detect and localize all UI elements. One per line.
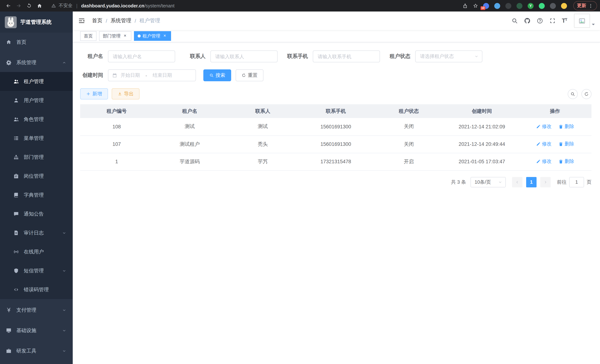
export-button[interactable]: 导出 (112, 88, 140, 99)
date-range-picker[interactable]: 开始日期 - 结束日期 (108, 69, 196, 81)
sidebar-item-home[interactable]: 首页 (0, 33, 73, 52)
cell-phone: 15601691300 (299, 135, 372, 153)
extension-icon-ext-6[interactable] (539, 3, 545, 9)
sidebar: 芋道管理系统 首页系统管理租户管理用户管理角色管理菜单管理部门管理岗位管理字典管… (0, 11, 73, 364)
bookmark-button[interactable] (470, 1, 480, 10)
browser-forward-button[interactable] (14, 1, 23, 10)
notice-icon (13, 211, 19, 217)
sidebar-item-dict[interactable]: 字典管理 (0, 186, 73, 205)
refresh-icon (242, 73, 246, 78)
breadcrumb-system[interactable]: 系统管理 (111, 18, 131, 24)
add-button[interactable]: 新增 (80, 88, 108, 99)
tab-dept-manage[interactable]: 部门管理× (99, 31, 131, 41)
date-start-placeholder: 开始日期 (121, 72, 140, 79)
online-icon (13, 249, 19, 254)
column-header: 联系手机 (299, 104, 372, 118)
browser-reload-button[interactable] (24, 1, 34, 10)
extension-icon-ext-5[interactable]: Y (528, 3, 534, 9)
page-size-value: 10条/页 (475, 179, 491, 185)
table-row: 107测试租户秃头15601691300关闭2021-12-14 20:49:4… (80, 135, 591, 153)
edit-button[interactable]: 修改 (536, 158, 552, 165)
sidebar-item-user[interactable]: 用户管理 (0, 91, 73, 110)
extension-icon-ext-7[interactable] (550, 3, 556, 9)
browser-back-button[interactable] (3, 1, 13, 10)
sidebar-item-menu[interactable]: 菜单管理 (0, 129, 73, 148)
prev-page-button[interactable] (512, 177, 523, 187)
page-number-1[interactable]: 1 (526, 177, 536, 187)
close-tab-icon[interactable]: × (162, 33, 167, 38)
sidebar-item-error-code[interactable]: 错误码管理 (0, 280, 73, 299)
edit-button[interactable]: 修改 (536, 141, 552, 148)
sidebar-item-system[interactable]: 系统管理 (0, 53, 73, 72)
delete-button[interactable]: 删除 (558, 123, 574, 130)
sidebar-item-notice[interactable]: 通知公告 (0, 205, 73, 223)
navbar: 首页 / 系统管理 / 租户管理 TT (73, 11, 600, 30)
search-button[interactable]: 搜索 (203, 69, 231, 81)
filter-row-1: 租户名 联系人 联系手机 租户状态 请选择租户状态 (80, 50, 591, 62)
extension-icon-ext-1[interactable]: 10 (483, 3, 489, 9)
header-search-icon[interactable] (511, 18, 518, 24)
cell-id: 1 (80, 153, 153, 170)
fullscreen-icon[interactable] (549, 18, 556, 24)
next-page-button[interactable] (540, 177, 551, 187)
share-button[interactable] (460, 1, 470, 10)
edit-button[interactable]: 修改 (536, 123, 552, 130)
extension-glyph: Y (528, 3, 534, 9)
help-icon[interactable] (536, 18, 543, 24)
sidebar-item-dev-tool[interactable]: 研发工具 (0, 341, 73, 360)
extension-icon-ext-8[interactable] (561, 3, 567, 9)
sidebar-item-tenant[interactable]: 租户管理 (0, 72, 73, 91)
goto-page-input[interactable] (569, 177, 584, 187)
sidebar-item-label: 在线用户 (24, 248, 44, 255)
page-size-select[interactable]: 10条/页 (470, 177, 506, 187)
phone-input[interactable] (313, 50, 380, 62)
tab-tenant-manage[interactable]: 租户管理× (134, 31, 171, 41)
sidebar-item-dept[interactable]: 部门管理 (0, 148, 73, 167)
contact-input[interactable] (210, 50, 278, 62)
github-icon[interactable] (524, 18, 531, 24)
sidebar-item-role[interactable]: 角色管理 (0, 110, 73, 129)
sidebar-item-online-user[interactable]: 在线用户 (0, 242, 73, 261)
download-icon (118, 92, 122, 96)
sidebar-item-post[interactable]: 岗位管理 (0, 167, 73, 186)
extension-icon-ext-2[interactable] (494, 3, 500, 9)
list-icon (13, 135, 19, 141)
extension-icon-ext-3[interactable] (505, 3, 511, 9)
tenant-name-input[interactable] (108, 50, 175, 62)
home-icon (37, 3, 42, 9)
delete-button[interactable]: 删除 (558, 158, 574, 165)
user-menu[interactable] (574, 14, 595, 28)
edit-icon (536, 159, 540, 164)
toggle-search-button[interactable] (568, 89, 578, 99)
update-chip[interactable]: 更新 (573, 1, 597, 10)
cell-actions: 修改删除 (518, 153, 591, 170)
tab-home[interactable]: 首页 (80, 31, 96, 41)
logo-image (5, 16, 17, 28)
close-tab-icon[interactable]: × (122, 33, 128, 38)
sidebar-item-audit-log[interactable]: 审计日志 (0, 223, 73, 242)
browser-home-button[interactable] (35, 1, 44, 10)
address-bar[interactable]: 不安全 | dashboard.yudao.iocoder.cn/system/… (47, 1, 455, 10)
status-select[interactable]: 请选择租户状态 (415, 50, 482, 62)
sidebar-toggle-icon[interactable] (78, 17, 85, 25)
column-header: 创建时间 (445, 104, 518, 118)
users-icon (13, 117, 19, 122)
refresh-table-button[interactable] (581, 89, 591, 99)
sidebar-item-label: 菜单管理 (24, 135, 44, 141)
chevron-down-icon (62, 328, 66, 333)
breadcrumb-home[interactable]: 首页 (92, 18, 103, 24)
sidebar-item-infra[interactable]: 基础设施 (0, 321, 73, 340)
contact-label: 联系人 (183, 53, 206, 60)
sidebar-item-sms[interactable]: 短信管理 (0, 261, 73, 280)
cell-actions: 修改删除 (518, 135, 591, 153)
extension-icon-ext-4[interactable] (516, 3, 523, 9)
reset-button[interactable]: 重置 (236, 69, 263, 81)
total-count: 共 3 条 (451, 179, 466, 185)
sidebar-item-label: 错误码管理 (24, 286, 49, 293)
sidebar-item-label: 支付管理 (16, 307, 36, 313)
font-size-icon[interactable]: TT (562, 18, 567, 24)
sidebar-item-pay[interactable]: 支付管理 (0, 300, 73, 319)
delete-button[interactable]: 删除 (558, 141, 574, 148)
browser-chrome: 不安全 | dashboard.yudao.iocoder.cn/system/… (0, 0, 600, 11)
extensions-area: 10Y (480, 3, 570, 9)
